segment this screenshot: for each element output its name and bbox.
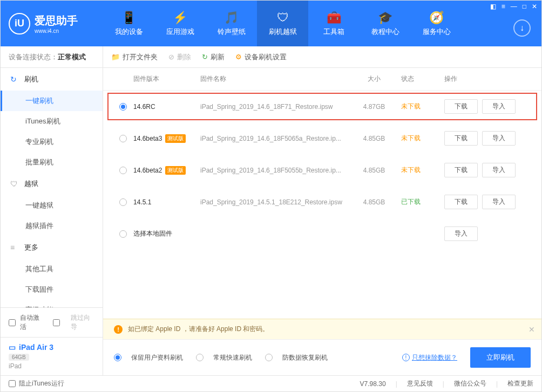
flash-radio-icon[interactable] (114, 354, 121, 361)
import-button[interactable]: 导入 (482, 131, 516, 146)
download-indicator-icon[interactable]: ↓ (513, 19, 531, 37)
sidebar-item-0-2[interactable]: 专业刷机 (1, 132, 103, 152)
sidebar-group-icon: ≡ (10, 243, 19, 252)
flash-radio-icon[interactable] (265, 354, 273, 361)
download-button[interactable]: 下载 (444, 99, 478, 114)
sidebar-group-1[interactable]: 🛡越狱 (1, 173, 103, 195)
nav-tab-0[interactable]: 📱我的设备 (103, 1, 154, 46)
firmware-status: 未下载 (396, 102, 439, 111)
table-header: 固件版本 固件名称 大小 状态 操作 (103, 68, 541, 91)
sidebar-item-1-1[interactable]: 越狱插件 (1, 216, 103, 236)
device-storage: 64GB (9, 354, 29, 361)
delete-icon: ⊘ (168, 53, 174, 61)
firmware-radio[interactable] (119, 167, 127, 174)
app-subtitle: www.i4.cn (35, 28, 78, 34)
flash-settings-button[interactable]: ⚙ 设备刷机设置 (235, 52, 287, 62)
window-menu-icon[interactable]: ◧ (490, 3, 496, 10)
app-title: 爱思助手 (35, 13, 78, 28)
nav-tab-6[interactable]: 🧭服务中心 (411, 1, 462, 46)
block-itunes-checkbox[interactable] (9, 380, 16, 387)
flash-option-1[interactable]: 常规快速刷机 (196, 353, 252, 362)
feedback-link[interactable]: 意见反馈 (407, 379, 433, 388)
window-close-icon[interactable]: ✕ (532, 3, 537, 10)
device-type: iPad (9, 362, 94, 370)
col-action: 操作 (439, 74, 525, 84)
erase-data-link[interactable]: ! 只想抹除数据？ (402, 353, 457, 362)
warning-close-icon[interactable]: ✕ (529, 325, 535, 334)
import-button[interactable]: 导入 (482, 163, 516, 177)
firmware-row-0[interactable]: 14.6RCiPad_Spring_2019_14.6_18F71_Restor… (106, 92, 538, 121)
flash-now-button[interactable]: 立即刷机 (470, 347, 531, 368)
nav-tab-2[interactable]: 🎵铃声壁纸 (206, 1, 257, 46)
firmware-version: 14.6RC (133, 103, 200, 111)
flash-radio-icon[interactable] (196, 354, 204, 361)
firmware-row-2[interactable]: 14.6beta2测试版iPad_Spring_2019_14.6_18F505… (103, 154, 541, 186)
firmware-status: 未下载 (396, 134, 439, 143)
sidebar-group-2[interactable]: ≡更多 (1, 236, 103, 259)
sidebar-item-2-2[interactable]: 高级功能 (1, 300, 103, 307)
sidebar-item-1-0[interactable]: 一键越狱 (1, 195, 103, 216)
import-button[interactable]: 导入 (444, 226, 478, 241)
sidebar-item-2-0[interactable]: 其他工具 (1, 259, 103, 279)
sidebar-item-2-1[interactable]: 下载固件 (1, 279, 103, 300)
window-controls: ◧ ≡ — □ ✕ (490, 3, 537, 10)
nav-tab-3[interactable]: 🛡刷机越狱 (257, 1, 308, 46)
window-list-icon[interactable]: ≡ (502, 3, 505, 10)
firmware-radio[interactable] (119, 230, 127, 238)
nav-tab-1[interactable]: ⚡应用游戏 (154, 1, 206, 46)
nav-icon: 🎵 (224, 11, 239, 25)
flash-option-2[interactable]: 防数据恢复刷机 (265, 353, 328, 362)
firmware-row-4[interactable]: 选择本地固件导入 (103, 218, 541, 250)
download-button[interactable]: 下载 (444, 163, 478, 177)
firmware-row-3[interactable]: 14.5.1iPad_Spring_2019_14.5.1_18E212_Res… (103, 186, 541, 218)
app-logo-icon: iU (9, 13, 30, 35)
firmware-radio[interactable] (119, 198, 127, 206)
firmware-radio[interactable] (119, 103, 127, 111)
window-maximize-icon[interactable]: □ (523, 3, 526, 10)
skip-guide-checkbox[interactable] (53, 319, 60, 326)
col-size: 大小 (353, 74, 396, 84)
device-icon: ▭ (9, 343, 16, 352)
auto-activate-checkbox[interactable] (9, 319, 16, 326)
status-label: 设备连接状态： (9, 52, 58, 62)
wechat-link[interactable]: 微信公众号 (454, 379, 486, 388)
sidebar-item-0-0[interactable]: 一键刷机 (1, 91, 103, 111)
app-header: iU 爱思助手 www.i4.cn 📱我的设备⚡应用游戏🎵铃声壁纸🛡刷机越狱🧰工… (1, 1, 541, 46)
col-status: 状态 (396, 74, 439, 84)
info-icon: ! (402, 354, 410, 361)
firmware-row-1[interactable]: 14.6beta3测试版iPad_Spring_2019_14.6_18F506… (103, 122, 541, 154)
beta-badge: 测试版 (165, 134, 186, 143)
delete-button[interactable]: ⊘ 删除 (168, 52, 191, 62)
firmware-version: 14.6beta2测试版 (133, 166, 200, 175)
block-itunes-label: 阻止iTunes运行 (19, 379, 64, 388)
nav-tab-5[interactable]: 🎓教程中心 (360, 1, 411, 46)
open-folder-button[interactable]: 📁 打开文件夹 (111, 52, 158, 62)
device-name[interactable]: ▭ iPad Air 3 (9, 343, 94, 352)
import-button[interactable]: 导入 (482, 195, 516, 209)
nav-tab-4[interactable]: 🧰工具箱 (308, 1, 360, 46)
toolbar: 设备连接状态： 正常模式 📁 打开文件夹 ⊘ 删除 ↻ 刷新 ⚙ 设备刷机设置 (1, 46, 541, 68)
firmware-radio[interactable] (119, 135, 127, 142)
firmware-name: iPad_Spring_2019_14.6_18F71_Restore.ipsw (200, 103, 353, 111)
connection-status: 设备连接状态： 正常模式 (1, 46, 103, 67)
refresh-button[interactable]: ↻ 刷新 (202, 52, 225, 62)
nav-icon: 🛡 (277, 11, 289, 25)
beta-badge: 测试版 (165, 166, 186, 175)
col-version: 固件版本 (133, 74, 200, 84)
nav-icon: 📱 (121, 11, 136, 25)
auto-activate-label: 自动激活 (20, 313, 44, 332)
check-update-link[interactable]: 检查更新 (507, 379, 533, 388)
sidebar-group-0[interactable]: ↻刷机 (1, 68, 103, 91)
gear-icon: ⚙ (235, 53, 242, 61)
import-button[interactable]: 导入 (482, 99, 516, 114)
nav-icon: 🎓 (378, 11, 392, 25)
download-button[interactable]: 下载 (444, 131, 478, 146)
sidebar-item-0-1[interactable]: iTunes刷机 (1, 111, 103, 132)
window-minimize-icon[interactable]: — (511, 3, 517, 10)
sidebar-item-0-3[interactable]: 批量刷机 (1, 152, 103, 173)
firmware-size: 4.87GB (353, 103, 396, 111)
auto-activate-row: 自动激活 跳过向导 (1, 308, 103, 337)
refresh-icon: ↻ (202, 53, 208, 61)
download-button[interactable]: 下载 (444, 195, 478, 209)
flash-option-0[interactable]: 保留用户资料刷机 (114, 353, 183, 362)
